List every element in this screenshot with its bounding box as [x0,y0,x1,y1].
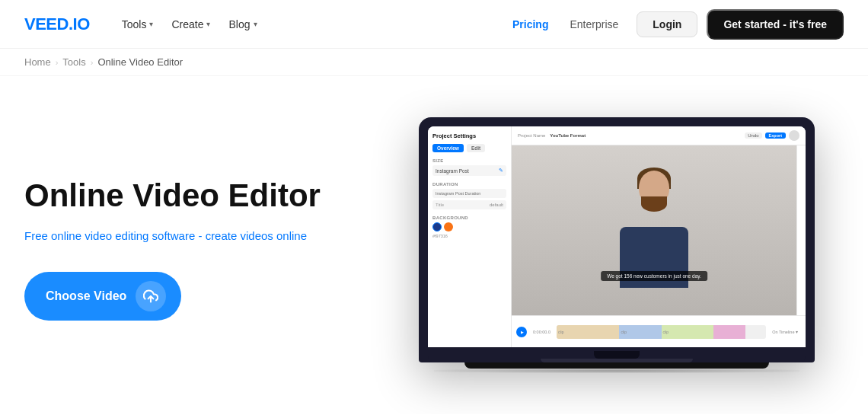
breadcrumb-home[interactable]: Home [24,56,51,68]
title-field[interactable]: Title default [432,200,506,209]
video-preview: We got 156 new customers in just one day… [512,145,796,315]
choose-video-button[interactable]: Choose Video [24,272,181,321]
app-right-panel [796,145,806,315]
size-label: Size [432,158,506,163]
topbar-project-name: YouTube Format [550,133,586,138]
upload-icon [143,289,158,304]
user-avatar [789,130,799,141]
hero-section: Online Video Editor Free online video ed… [0,76,868,414]
choose-video-label: Choose Video [46,289,126,303]
laptop-stand [464,362,769,369]
app-canvas: We got 156 new customers in just one day… [512,145,806,315]
nav-enterprise[interactable]: Enterprise [560,14,627,35]
nav-create[interactable]: Create ▾ [164,14,218,35]
sidebar-size-section: Size Instagram Post ✎ [432,158,506,176]
nav-blog-label: Blog [228,18,250,30]
upload-circle [136,281,166,311]
chevron-down-icon: ▾ [206,20,210,28]
nav-create-label: Create [171,18,203,30]
duration-value: Instagram Post Duration [436,191,480,196]
nav-right: Pricing Enterprise Login Get started - i… [503,9,844,40]
navbar: VEED.IO Tools ▾ Create ▾ Blog ▾ Pricing … [0,0,868,49]
app-timeline: 0:00:00.0 clip clip clip On Timeline ▾ [512,315,806,347]
timeline-time: 0:00:00.0 [533,330,550,334]
app-tabs: Overview Edit [432,144,506,152]
get-started-button[interactable]: Get started - it's free [707,9,844,40]
breadcrumb-sep-1: › [56,58,59,67]
app-topbar: Project Name YouTube Format Undo Export [512,126,806,145]
tab-edit[interactable]: Edit [467,144,485,152]
nav-tools[interactable]: Tools ▾ [114,14,161,35]
color-swatch-orange[interactable] [444,222,453,231]
video-person-figure [512,145,796,315]
undo-label[interactable]: Undo [745,132,761,139]
hero-left: Online Video Editor Free online video ed… [24,170,390,321]
hero-subtitle: Free online video editing software - cre… [24,228,390,245]
sidebar-duration-section: Duration Instagram Post Duration Title d… [432,182,506,209]
hero-right: Project Settings Overview Edit Size Inst… [390,76,844,414]
background-label: Background [432,215,506,220]
video-caption: We got 156 new customers in just one day… [601,271,707,281]
color-swatch-blue[interactable] [432,222,442,231]
laptop-notch [594,351,640,359]
app-ui: Project Settings Overview Edit Size Inst… [428,126,806,347]
size-value: Instagram Post [436,168,469,174]
laptop-mockup: Project Settings Overview Edit Size Inst… [419,117,815,373]
color-hex-label: #f97316 [432,234,506,238]
logo-io: .IO [69,14,90,34]
breadcrumb-sep-2: › [91,58,94,67]
laptop-screen-outer: Project Settings Overview Edit Size Inst… [419,117,815,362]
page-title: Online Video Editor [24,177,390,214]
breadcrumb-current: Online Video Editor [97,56,183,68]
duration-field[interactable]: Instagram Post Duration [432,189,506,198]
size-field[interactable]: Instagram Post ✎ [432,165,506,176]
breadcrumb: Home › Tools › Online Video Editor [0,49,868,76]
logo[interactable]: VEED.IO [24,14,90,34]
edit-icon: ✎ [499,168,503,174]
app-sidebar: Project Settings Overview Edit Size Inst… [428,126,512,347]
tab-overview[interactable]: Overview [432,144,464,152]
breadcrumb-tools[interactable]: Tools [62,56,85,68]
nav-tools-label: Tools [122,18,147,30]
chevron-down-icon: ▾ [254,20,257,28]
timeline-track[interactable]: clip clip clip [557,325,766,339]
nav-blog[interactable]: Blog ▾ [221,14,264,35]
title-value: default [490,203,503,207]
duration-label: Duration [432,182,506,187]
login-button[interactable]: Login [637,11,697,37]
export-button[interactable]: Export [765,132,786,139]
app-main: Project Name YouTube Format Undo Export [512,126,806,347]
topbar-right: Undo Export [745,130,799,141]
chevron-down-icon: ▾ [149,20,153,28]
app-sidebar-title: Project Settings [432,132,506,139]
title-label: Title [436,203,444,207]
nav-right-links: Pricing Enterprise [503,14,627,35]
play-button[interactable] [516,327,527,337]
person-beard [641,196,667,212]
timeline-controls [516,327,527,337]
laptop-shadow [434,369,799,373]
laptop-base [428,347,806,362]
nav-pricing[interactable]: Pricing [503,14,557,35]
topbar-subtitle: Project Name [518,133,545,138]
timeline-end-time: On Timeline ▾ [772,330,798,334]
sidebar-background-section: Background #f97316 [432,215,506,238]
hero-subtitle-link[interactable]: Free online video editing software - cre… [24,229,307,242]
nav-links: Tools ▾ Create ▾ Blog ▾ [114,14,265,35]
nav-left: VEED.IO Tools ▾ Create ▾ Blog ▾ [24,14,265,35]
laptop-screen-inner: Project Settings Overview Edit Size Inst… [428,126,806,347]
logo-veed: VEED [24,14,69,34]
